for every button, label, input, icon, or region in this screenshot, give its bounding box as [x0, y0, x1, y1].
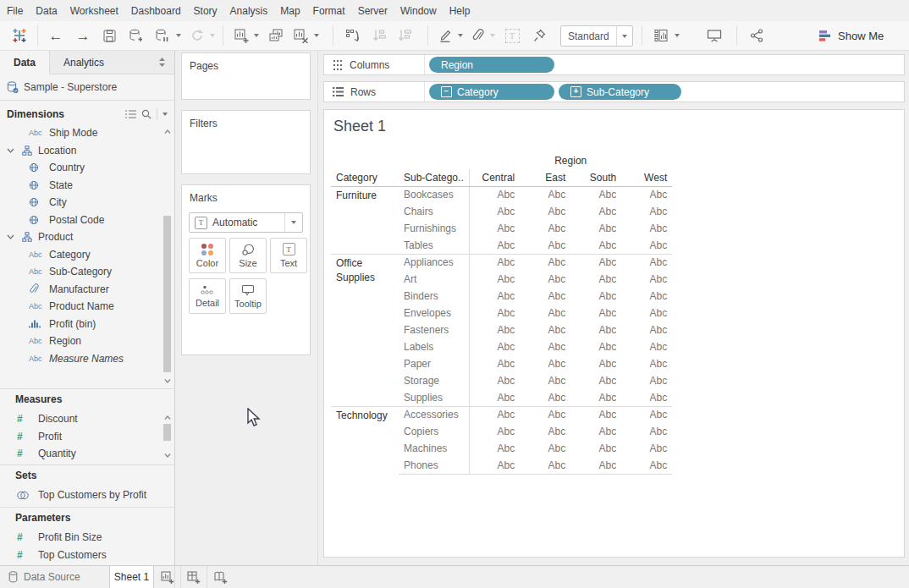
value-cell[interactable]: Abc: [469, 305, 520, 321]
menu-worksheet[interactable]: Worksheet: [70, 5, 118, 17]
value-cell[interactable]: Abc: [520, 372, 570, 389]
group-members-button[interactable]: [467, 21, 488, 50]
highlight-caret[interactable]: [455, 21, 466, 50]
value-cell[interactable]: Abc: [621, 338, 672, 355]
view-list-icon[interactable]: [125, 110, 136, 118]
region-dimension-header[interactable]: Region: [469, 152, 672, 169]
value-cell[interactable]: Abc: [570, 237, 621, 254]
sub-category-cell[interactable]: Copiers: [399, 423, 469, 440]
field-item-top-customers[interactable]: #Top Customers: [0, 547, 169, 564]
sheet1-tab[interactable]: Sheet 1: [109, 566, 154, 588]
new-worksheet-caret[interactable]: [251, 21, 262, 50]
value-cell[interactable]: Abc: [621, 271, 672, 288]
pill-category[interactable]: −Category: [429, 84, 554, 100]
field-item-location[interactable]: Location: [0, 142, 163, 160]
pill-sub-category[interactable]: +Sub-Category: [559, 84, 681, 100]
scroll-down-icon[interactable]: [163, 451, 173, 459]
sub-category-cell[interactable]: Bookcases: [399, 186, 469, 203]
duplicate-button[interactable]: [265, 21, 287, 50]
value-cell[interactable]: Abc: [621, 440, 672, 457]
value-cell[interactable]: Abc: [469, 389, 520, 406]
run-auto-updates-caret[interactable]: [207, 21, 218, 50]
column-header-south[interactable]: South: [570, 169, 621, 186]
new-data-source-button[interactable]: [124, 21, 146, 50]
value-cell[interactable]: Abc: [469, 237, 520, 254]
value-cell[interactable]: Abc: [621, 423, 672, 440]
sub-category-cell[interactable]: Chairs: [399, 203, 469, 220]
menu-analysis[interactable]: Analysis: [230, 5, 268, 17]
sub-category-cell[interactable]: Storage: [399, 372, 469, 389]
value-cell[interactable]: Abc: [570, 254, 621, 271]
value-cell[interactable]: Abc: [621, 406, 672, 423]
value-cell[interactable]: Abc: [621, 203, 672, 220]
field-item-top-customers-by-profit[interactable]: Top Customers by Profit: [0, 486, 169, 504]
fix-axes-button[interactable]: [528, 21, 550, 50]
text-button[interactable]: T Text: [270, 238, 307, 273]
field-item-product[interactable]: Product: [0, 228, 163, 246]
clear-sheet-caret[interactable]: [311, 21, 322, 50]
pause-auto-updates-button[interactable]: [151, 21, 173, 50]
datasource-item[interactable]: Sample - Superstore: [0, 77, 174, 97]
field-item-ship-mode[interactable]: AbcShip Mode: [0, 124, 163, 142]
value-cell[interactable]: Abc: [520, 355, 570, 372]
presentation-mode-button[interactable]: [702, 21, 726, 50]
menu-dashboard[interactable]: Dashboard: [131, 5, 181, 17]
tab-data[interactable]: Data: [0, 51, 50, 74]
value-cell[interactable]: Abc: [570, 271, 621, 288]
column-header-sub-catego-[interactable]: Sub-Catego..: [399, 169, 469, 186]
menu-server[interactable]: Server: [358, 5, 388, 17]
detail-button[interactable]: Detail: [189, 278, 226, 314]
sub-category-cell[interactable]: Fasteners: [399, 321, 469, 338]
value-cell[interactable]: Abc: [621, 355, 672, 372]
value-cell[interactable]: Abc: [570, 220, 621, 237]
new-worksheet-tab-icon[interactable]: [155, 566, 181, 588]
category-cell[interactable]: Office Supplies: [331, 254, 399, 406]
column-header-central[interactable]: Central: [469, 169, 520, 186]
data-source-tab[interactable]: Data Source: [0, 566, 92, 588]
clear-sheet-button[interactable]: [289, 21, 311, 50]
menu-help[interactable]: Help: [449, 5, 471, 17]
value-cell[interactable]: Abc: [520, 203, 570, 220]
collapse-icon[interactable]: −: [441, 86, 452, 97]
run-auto-updates-button[interactable]: [186, 21, 208, 50]
value-cell[interactable]: Abc: [520, 254, 570, 271]
fit-selector[interactable]: Standard: [560, 25, 633, 47]
value-cell[interactable]: Abc: [520, 288, 570, 305]
scroll-up-icon[interactable]: [163, 413, 173, 421]
chevron-down-icon[interactable]: [7, 148, 14, 153]
sub-category-cell[interactable]: Labels: [399, 338, 469, 355]
columns-shelf[interactable]: Columns Region: [323, 54, 905, 75]
menu-window[interactable]: Window: [400, 5, 437, 17]
menu-file[interactable]: File: [7, 5, 23, 17]
scroll-down-icon[interactable]: [163, 376, 173, 385]
value-cell[interactable]: Abc: [570, 423, 621, 440]
group-members-caret[interactable]: [488, 21, 498, 50]
tab-analytics[interactable]: Analytics: [50, 51, 118, 74]
value-cell[interactable]: Abc: [621, 389, 672, 406]
pane-sort-icon[interactable]: [158, 51, 174, 74]
rows-shelf[interactable]: Rows −Category +Sub-Category: [323, 81, 905, 102]
value-cell[interactable]: Abc: [520, 457, 570, 474]
sub-category-cell[interactable]: Phones: [399, 457, 469, 474]
show-hide-cards-caret[interactable]: [672, 21, 682, 50]
column-header-east[interactable]: East: [520, 169, 570, 186]
value-cell[interactable]: Abc: [570, 457, 621, 474]
value-cell[interactable]: Abc: [520, 271, 570, 288]
field-item-category[interactable]: AbcCategory: [0, 246, 163, 264]
category-cell[interactable]: Furniture: [331, 186, 399, 254]
value-cell[interactable]: Abc: [570, 186, 621, 203]
value-cell[interactable]: Abc: [520, 423, 570, 440]
save-button[interactable]: [98, 21, 120, 50]
value-cell[interactable]: Abc: [469, 355, 520, 372]
value-cell[interactable]: Abc: [570, 440, 621, 457]
field-item-postal-code[interactable]: Postal Code: [0, 212, 163, 229]
view-canvas[interactable]: Sheet 1 RegionCategorySub-Catego..Centra…: [323, 109, 905, 558]
field-item-state[interactable]: State: [0, 177, 163, 195]
value-cell[interactable]: Abc: [570, 372, 621, 389]
value-cell[interactable]: Abc: [570, 305, 621, 321]
sub-category-cell[interactable]: Paper: [399, 355, 469, 372]
tooltip-button[interactable]: Tooltip: [229, 278, 267, 314]
value-cell[interactable]: Abc: [469, 203, 520, 220]
sub-category-cell[interactable]: Machines: [399, 440, 469, 457]
color-button[interactable]: Color: [189, 238, 226, 273]
